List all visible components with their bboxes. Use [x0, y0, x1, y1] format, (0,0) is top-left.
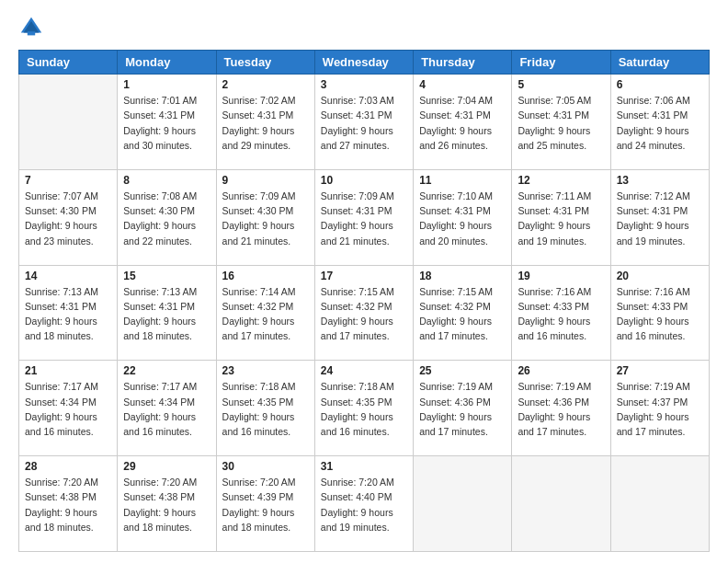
day-info: Sunrise: 7:19 AMSunset: 4:36 PMDaylight:…	[419, 379, 506, 439]
day-number: 10	[321, 174, 407, 187]
calendar-cell: 6Sunrise: 7:06 AMSunset: 4:31 PMDaylight…	[610, 75, 709, 170]
weekday-header-friday: Friday	[512, 51, 610, 75]
day-number: 12	[518, 174, 604, 187]
calendar-cell	[512, 456, 610, 552]
day-number: 8	[123, 174, 210, 187]
day-info: Sunrise: 7:19 AMSunset: 4:36 PMDaylight:…	[518, 379, 604, 439]
week-row-0: 1Sunrise: 7:01 AMSunset: 4:31 PMDaylight…	[19, 75, 710, 170]
day-number: 30	[222, 460, 309, 473]
calendar-cell: 26Sunrise: 7:19 AMSunset: 4:36 PMDayligh…	[512, 361, 610, 456]
day-info: Sunrise: 7:20 AMSunset: 4:39 PMDaylight:…	[222, 475, 309, 534]
calendar-cell: 27Sunrise: 7:19 AMSunset: 4:37 PMDayligh…	[610, 361, 709, 456]
day-number: 4	[419, 78, 506, 91]
day-info: Sunrise: 7:11 AMSunset: 4:31 PMDaylight:…	[518, 189, 604, 248]
day-info: Sunrise: 7:09 AMSunset: 4:31 PMDaylight:…	[321, 189, 407, 248]
calendar-cell: 20Sunrise: 7:16 AMSunset: 4:33 PMDayligh…	[610, 265, 709, 361]
day-number: 29	[123, 460, 210, 473]
day-info: Sunrise: 7:09 AMSunset: 4:30 PMDaylight:…	[222, 189, 309, 248]
day-number: 31	[321, 460, 407, 473]
calendar-cell: 13Sunrise: 7:12 AMSunset: 4:31 PMDayligh…	[610, 169, 709, 265]
day-info: Sunrise: 7:15 AMSunset: 4:32 PMDaylight:…	[419, 284, 506, 344]
day-info: Sunrise: 7:08 AMSunset: 4:30 PMDaylight:…	[123, 189, 210, 248]
week-row-4: 28Sunrise: 7:20 AMSunset: 4:38 PMDayligh…	[19, 456, 710, 552]
calendar-cell: 15Sunrise: 7:13 AMSunset: 4:31 PMDayligh…	[118, 265, 216, 361]
day-number: 16	[222, 270, 309, 282]
day-number: 19	[518, 270, 604, 282]
day-info: Sunrise: 7:15 AMSunset: 4:32 PMDaylight:…	[321, 284, 407, 344]
day-info: Sunrise: 7:17 AMSunset: 4:34 PMDaylight:…	[25, 379, 111, 439]
week-row-2: 14Sunrise: 7:13 AMSunset: 4:31 PMDayligh…	[19, 265, 710, 361]
calendar-cell: 3Sunrise: 7:03 AMSunset: 4:31 PMDaylight…	[314, 75, 413, 170]
day-number: 22	[123, 364, 210, 377]
day-number: 18	[419, 270, 506, 282]
day-number: 25	[419, 364, 506, 377]
calendar-cell: 4Sunrise: 7:04 AMSunset: 4:31 PMDaylight…	[414, 75, 512, 170]
day-number: 13	[617, 174, 703, 187]
calendar-table: SundayMondayTuesdayWednesdayThursdayFrid…	[18, 50, 710, 552]
day-info: Sunrise: 7:18 AMSunset: 4:35 PMDaylight:…	[222, 379, 309, 439]
day-number: 9	[222, 174, 309, 187]
week-row-3: 21Sunrise: 7:17 AMSunset: 4:34 PMDayligh…	[19, 361, 710, 456]
calendar-cell: 19Sunrise: 7:16 AMSunset: 4:33 PMDayligh…	[512, 265, 610, 361]
day-number: 23	[222, 364, 309, 377]
calendar-cell: 14Sunrise: 7:13 AMSunset: 4:31 PMDayligh…	[19, 265, 118, 361]
calendar-cell: 29Sunrise: 7:20 AMSunset: 4:38 PMDayligh…	[118, 456, 216, 552]
logo-icon	[18, 15, 44, 40]
calendar-cell: 18Sunrise: 7:15 AMSunset: 4:32 PMDayligh…	[414, 265, 512, 361]
calendar-cell: 16Sunrise: 7:14 AMSunset: 4:32 PMDayligh…	[216, 265, 314, 361]
day-info: Sunrise: 7:07 AMSunset: 4:30 PMDaylight:…	[25, 189, 111, 248]
weekday-header-monday: Monday	[118, 51, 216, 75]
day-info: Sunrise: 7:19 AMSunset: 4:37 PMDaylight:…	[617, 379, 703, 439]
weekday-header-saturday: Saturday	[610, 51, 709, 75]
weekday-header-sunday: Sunday	[19, 51, 118, 75]
day-info: Sunrise: 7:13 AMSunset: 4:31 PMDaylight:…	[123, 284, 210, 344]
calendar-cell: 8Sunrise: 7:08 AMSunset: 4:30 PMDaylight…	[118, 169, 216, 265]
calendar-cell: 24Sunrise: 7:18 AMSunset: 4:35 PMDayligh…	[314, 361, 413, 456]
day-number: 7	[25, 174, 111, 187]
day-info: Sunrise: 7:04 AMSunset: 4:31 PMDaylight:…	[419, 93, 506, 153]
svg-rect-2	[28, 31, 35, 35]
weekday-header-tuesday: Tuesday	[216, 51, 314, 75]
day-number: 24	[321, 364, 407, 377]
calendar-cell	[414, 456, 512, 552]
calendar-cell: 25Sunrise: 7:19 AMSunset: 4:36 PMDayligh…	[414, 361, 512, 456]
calendar-cell: 12Sunrise: 7:11 AMSunset: 4:31 PMDayligh…	[512, 169, 610, 265]
calendar-cell: 21Sunrise: 7:17 AMSunset: 4:34 PMDayligh…	[19, 361, 118, 456]
calendar-cell: 10Sunrise: 7:09 AMSunset: 4:31 PMDayligh…	[314, 169, 413, 265]
day-info: Sunrise: 7:16 AMSunset: 4:33 PMDaylight:…	[518, 284, 604, 344]
day-info: Sunrise: 7:02 AMSunset: 4:31 PMDaylight:…	[222, 93, 309, 153]
calendar-cell: 17Sunrise: 7:15 AMSunset: 4:32 PMDayligh…	[314, 265, 413, 361]
logo	[18, 15, 48, 40]
day-info: Sunrise: 7:03 AMSunset: 4:31 PMDaylight:…	[321, 93, 407, 153]
day-number: 3	[321, 78, 407, 91]
day-number: 28	[25, 460, 111, 473]
day-info: Sunrise: 7:20 AMSunset: 4:40 PMDaylight:…	[321, 475, 407, 534]
day-number: 21	[25, 364, 111, 377]
day-info: Sunrise: 7:14 AMSunset: 4:32 PMDaylight:…	[222, 284, 309, 344]
day-number: 5	[518, 78, 604, 91]
day-info: Sunrise: 7:18 AMSunset: 4:35 PMDaylight:…	[321, 379, 407, 439]
day-info: Sunrise: 7:05 AMSunset: 4:31 PMDaylight:…	[518, 93, 604, 153]
calendar-cell: 11Sunrise: 7:10 AMSunset: 4:31 PMDayligh…	[414, 169, 512, 265]
day-info: Sunrise: 7:20 AMSunset: 4:38 PMDaylight:…	[123, 475, 210, 534]
calendar-cell	[610, 456, 709, 552]
day-number: 6	[617, 78, 703, 91]
calendar-cell: 9Sunrise: 7:09 AMSunset: 4:30 PMDaylight…	[216, 169, 314, 265]
weekday-header-wednesday: Wednesday	[314, 51, 413, 75]
calendar-cell: 30Sunrise: 7:20 AMSunset: 4:39 PMDayligh…	[216, 456, 314, 552]
day-number: 14	[25, 270, 111, 282]
calendar-cell: 5Sunrise: 7:05 AMSunset: 4:31 PMDaylight…	[512, 75, 610, 170]
weekday-header-thursday: Thursday	[414, 51, 512, 75]
day-info: Sunrise: 7:10 AMSunset: 4:31 PMDaylight:…	[419, 189, 506, 248]
day-number: 1	[123, 78, 210, 91]
day-info: Sunrise: 7:13 AMSunset: 4:31 PMDaylight:…	[25, 284, 111, 344]
day-number: 27	[617, 364, 703, 377]
calendar-cell: 7Sunrise: 7:07 AMSunset: 4:30 PMDaylight…	[19, 169, 118, 265]
calendar-cell: 22Sunrise: 7:17 AMSunset: 4:34 PMDayligh…	[118, 361, 216, 456]
day-number: 11	[419, 174, 506, 187]
day-info: Sunrise: 7:20 AMSunset: 4:38 PMDaylight:…	[25, 475, 111, 534]
day-info: Sunrise: 7:12 AMSunset: 4:31 PMDaylight:…	[617, 189, 703, 248]
day-number: 26	[518, 364, 604, 377]
week-row-1: 7Sunrise: 7:07 AMSunset: 4:30 PMDaylight…	[19, 169, 710, 265]
calendar-cell: 23Sunrise: 7:18 AMSunset: 4:35 PMDayligh…	[216, 361, 314, 456]
